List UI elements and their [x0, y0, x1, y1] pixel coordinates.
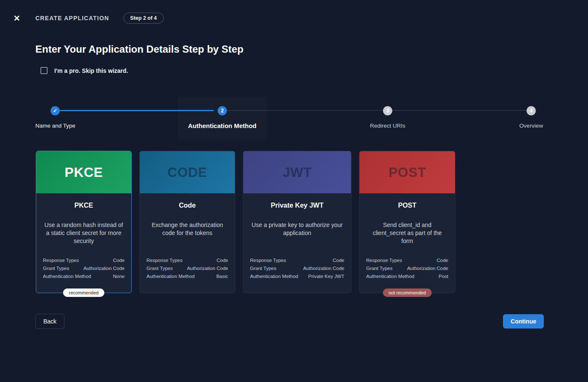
- pkce-banner-title: PKCE: [65, 165, 103, 180]
- auth-method-card-pkce[interactable]: PKCE PKCE Use a random hash instead of a…: [36, 151, 132, 293]
- wizard-stepper: ✓ 2 3 4 Name and Type Authentication Met…: [35, 96, 553, 140]
- step-progress-badge: Step 2 of 4: [123, 13, 163, 24]
- spec-row: Authentication Method Post: [366, 272, 448, 280]
- spec-label: Authentication Method: [366, 272, 414, 280]
- wizard-footer: Back Continue: [35, 314, 544, 329]
- spec-label: Response Types: [43, 256, 79, 264]
- spec-label: Authentication Method: [250, 272, 298, 280]
- step-label-authentication-method[interactable]: Authentication Method: [188, 122, 256, 129]
- stepper-connector-completed: [60, 110, 214, 111]
- auth-method-cards: PKCE PKCE Use a random hash instead of a…: [36, 151, 588, 293]
- spec-row: Grant Types Authorization Code: [366, 264, 448, 272]
- spec-row: Grant Types Authorization Code: [146, 264, 228, 272]
- pkce-card-description: Use a random hash instead of a static cl…: [43, 221, 125, 245]
- code-banner: CODE: [140, 151, 235, 193]
- post-card-specs: Response Types Code Grant Types Authoriz…: [366, 256, 448, 280]
- post-card-description: Send client_id and client_secret as part…: [366, 221, 448, 245]
- not-recommended-badge: not recommended: [383, 289, 432, 297]
- recommended-badge: recommended: [63, 289, 104, 297]
- spec-value: Code: [113, 256, 125, 264]
- step-label-overview[interactable]: Overview: [519, 123, 543, 129]
- spec-row: Authentication Method None: [43, 272, 125, 280]
- auth-method-card-code[interactable]: CODE Code Exchange the authorization cod…: [139, 151, 235, 293]
- spec-label: Grant Types: [366, 264, 392, 272]
- step-2-number: 2: [221, 108, 224, 114]
- pkce-card-specs: Response Types Code Grant Types Authoriz…: [43, 256, 125, 280]
- spec-value: Authorization Code: [303, 264, 344, 272]
- spec-row: Response Types Code: [366, 256, 448, 264]
- spec-value: Post: [439, 272, 448, 280]
- spec-label: Authentication Method: [43, 272, 91, 280]
- step-label-redirect-uris[interactable]: Redirect URIs: [370, 123, 405, 129]
- jwt-card-specs: Response Types Code Grant Types Authoriz…: [250, 256, 344, 280]
- back-button[interactable]: Back: [35, 314, 64, 329]
- skip-wizard-label: I'm a pro. Skip this wizard.: [54, 67, 128, 74]
- spec-label: Response Types: [366, 256, 402, 264]
- post-card-body: POST Send client_id and client_secret as…: [359, 193, 455, 293]
- pkce-card-title: PKCE: [74, 202, 93, 209]
- spec-label: Grant Types: [250, 264, 276, 272]
- spec-value: Code: [217, 256, 229, 264]
- spec-label: Authentication Method: [146, 272, 194, 280]
- spec-row: Grant Types Authorization Code: [250, 264, 344, 272]
- code-card-body: Code Exchange the authorization code for…: [140, 193, 235, 293]
- post-banner: POST: [359, 151, 455, 193]
- step-4-circle[interactable]: 4: [527, 106, 536, 115]
- post-banner-title: POST: [388, 165, 426, 180]
- wizard-topbar: ✕ CREATE APPLICATION Step 2 of 4: [0, 0, 588, 24]
- spec-row: Response Types Code: [250, 256, 344, 264]
- spec-value: Private Key JWT: [308, 272, 344, 280]
- stepper-connector-upcoming-1: [227, 110, 383, 111]
- step-3-circle[interactable]: 3: [383, 106, 392, 115]
- spec-label: Response Types: [146, 256, 182, 264]
- jwt-card-title: Private Key JWT: [271, 202, 323, 209]
- spec-value: Authorization Code: [83, 264, 125, 272]
- auth-method-card-jwt[interactable]: JWT Private Key JWT Use a private key to…: [243, 151, 351, 293]
- spec-value: Basic: [216, 272, 228, 280]
- code-card-title: Code: [179, 202, 196, 209]
- spec-value: Code: [437, 256, 449, 264]
- stepper-connector-upcoming-2: [392, 110, 527, 111]
- spec-label: Grant Types: [43, 264, 69, 272]
- check-icon: ✓: [53, 108, 57, 114]
- code-banner-title: CODE: [168, 165, 207, 180]
- spec-value: None: [113, 272, 125, 280]
- code-card-description: Exchange the authorization code for the …: [146, 221, 228, 237]
- skip-wizard-row[interactable]: I'm a pro. Skip this wizard.: [40, 67, 588, 74]
- spec-row: Authentication Method Private Key JWT: [250, 272, 344, 280]
- continue-button[interactable]: Continue: [503, 314, 544, 329]
- step-1-circle[interactable]: ✓: [51, 106, 60, 115]
- spec-value: Authorization Code: [407, 264, 448, 272]
- spec-label: Grant Types: [146, 264, 173, 272]
- auth-method-card-post[interactable]: POST POST Send client_id and client_secr…: [359, 151, 455, 293]
- pkce-banner: PKCE: [36, 151, 131, 193]
- code-card-specs: Response Types Code Grant Types Authoriz…: [146, 256, 228, 280]
- post-card-title: POST: [398, 202, 417, 209]
- spec-value: Authorization Code: [187, 264, 228, 272]
- current-step-highlight: [178, 96, 267, 140]
- jwt-banner-title: JWT: [282, 165, 311, 180]
- spec-label: Response Types: [250, 256, 286, 264]
- jwt-card-description: Use a private key to authorize your appl…: [250, 221, 344, 237]
- spec-value: Code: [333, 256, 345, 264]
- close-icon[interactable]: ✕: [12, 13, 22, 23]
- spec-row: Grant Types Authorization Code: [43, 264, 125, 272]
- jwt-banner: JWT: [243, 151, 351, 193]
- pkce-card-body: PKCE Use a random hash instead of a stat…: [36, 193, 131, 293]
- step-label-name-and-type[interactable]: Name and Type: [35, 123, 75, 129]
- page-title: Enter Your Application Details Step by S…: [35, 43, 588, 55]
- spec-row: Authentication Method Basic: [146, 272, 228, 280]
- wizard-title: CREATE APPLICATION: [35, 15, 109, 21]
- spec-row: Response Types Code: [43, 256, 125, 264]
- step-4-number: 4: [530, 108, 533, 114]
- skip-wizard-checkbox[interactable]: [40, 67, 48, 74]
- spec-row: Response Types Code: [146, 256, 228, 264]
- jwt-card-body: Private Key JWT Use a private key to aut…: [243, 193, 351, 293]
- step-2-circle[interactable]: 2: [218, 106, 227, 115]
- step-3-number: 3: [386, 108, 389, 114]
